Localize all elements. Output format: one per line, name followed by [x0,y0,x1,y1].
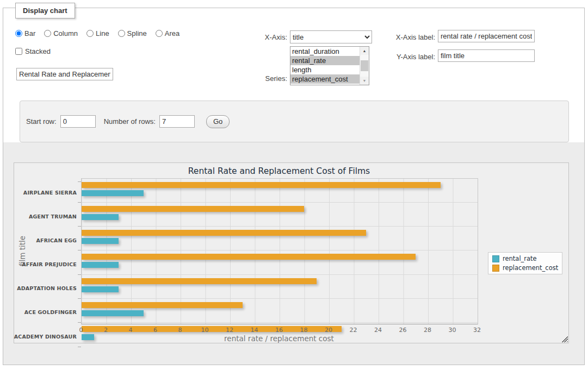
y-axis-label-caption: Y-Axis label: [383,53,435,61]
bar-rental_rate [82,262,119,268]
chart-type-radio-bar[interactable] [15,30,22,37]
chart-row: ACE GOLDFINGER [82,302,478,323]
scrollbar-track[interactable] [360,55,369,77]
category-label: AGENT TRUMAN [29,213,77,219]
legend-swatch [492,265,499,272]
x-tick-label: 18 [300,327,308,334]
bar-rental_rate [82,190,144,196]
category-label: ACE GOLDFINGER [24,309,77,315]
num-rows-input[interactable] [159,115,195,128]
legend-label: rental_rate [503,255,537,262]
series-caption: Series: [228,74,287,83]
stacked-checkbox[interactable] [15,48,22,55]
x-axis-ticks: 02468101214161820222426283032 [81,327,477,334]
series-option-replacement_cost[interactable]: replacement_cost [290,74,360,84]
chart-row: ADAPTATION HOLES [82,278,478,299]
x-tick-label: 14 [251,327,258,334]
chart-type-radio-spline[interactable] [118,30,125,37]
y-axis-label-input[interactable] [438,49,535,62]
series-option-rental_rate[interactable]: rental_rate [290,56,360,65]
bar-rental_rate [82,310,144,316]
pager-panel: Start row: Number of rows: Go [20,101,569,142]
series-listbox[interactable]: rental_durationrental_ratelengthreplacem… [290,46,369,85]
x-tick-label: 16 [275,327,283,334]
chart-type-label: Line [96,29,109,37]
chart-container: Rental Rate and Replacement Cost of Film… [14,162,569,343]
chart-type-radio-area[interactable] [156,30,163,37]
scroll-down-icon[interactable]: ▼ [360,77,369,85]
category-label: ADAPTATION HOLES [17,285,77,291]
chart-type-option-area[interactable]: Area [156,29,180,37]
x-tick-label: 30 [449,327,456,334]
chart-type-label: Bar [24,29,35,37]
chart-type-label: Area [165,29,180,37]
category-label: AIRPLANE SIERRA [23,189,77,195]
legend-label: replacement_cost [503,264,558,272]
stacked-label: Stacked [25,47,51,55]
bar-replacement_cost [82,230,366,236]
bar-replacement_cost [82,278,317,284]
x-tick-label: 12 [226,327,233,334]
series-option-length[interactable]: length [290,65,360,74]
x-tick-label: 0 [79,327,83,334]
x-tick-label: 10 [201,327,209,334]
chart-type-option-spline[interactable]: Spline [118,29,147,37]
bar-replacement_cost [82,182,441,188]
num-rows-label: Number of rows: [104,117,156,126]
chart-title: Rental Rate and Replacement Cost of Film… [81,166,477,176]
chart-row: AGENT TRUMAN [82,206,478,227]
x-axis-label-input[interactable] [438,30,535,42]
bar-rental_rate [82,214,119,220]
x-axis-caption: X-Axis: [228,33,287,41]
chart-type-group: BarColumnLineSplineArea [15,29,180,37]
x-tick-label: 20 [325,327,332,334]
x-tick-label: 32 [473,327,481,334]
chart-title-input[interactable] [16,68,113,80]
chart-type-radio-column[interactable] [44,30,51,37]
x-axis-title: rental rate / replacement cost [81,334,477,343]
x-axis-label-caption: X-Axis label: [383,33,435,41]
scrollbar-thumb[interactable] [361,60,368,71]
y-axis-title: film title [15,178,29,323]
start-row-input[interactable] [60,115,96,128]
resize-handle-icon[interactable] [561,336,568,342]
plot-area: AIRPLANE SIERRAAGENT TRUMANAFRICAN EGGAF… [81,178,478,324]
x-tick-label: 8 [178,327,182,334]
bar-rental_rate [82,238,119,244]
x-axis-select[interactable]: title [290,30,372,43]
x-tick-label: 6 [153,327,157,334]
chart-legend: rental_ratereplacement_cost [488,252,562,274]
x-tick-label: 24 [374,327,382,334]
x-tick-label: 4 [129,327,133,334]
series-option-rental_duration[interactable]: rental_duration [290,47,360,56]
scroll-up-icon[interactable]: ▲ [360,47,369,55]
chart-type-option-column[interactable]: Column [44,29,78,37]
chart-row: AIRPLANE SIERRA [82,182,478,203]
category-label: AFFAIR PREJUDICE [22,261,77,267]
bar-replacement_cost [82,302,243,308]
legend-item-rental_rate: rental_rate [492,255,558,262]
start-row-label: Start row: [26,117,57,126]
go-button[interactable]: Go [206,115,230,128]
chart-type-option-line[interactable]: Line [86,29,109,37]
fieldset-legend: Display chart [15,3,75,18]
x-tick-label: 26 [399,327,407,334]
legend-item-replacement_cost: replacement_cost [492,264,558,272]
chart-type-option-bar[interactable]: Bar [15,29,35,37]
bar-replacement_cost [82,254,416,260]
x-tick-label: 22 [350,327,357,334]
chart-type-label: Column [53,29,78,37]
legend-swatch [492,255,499,262]
chart-row: AFRICAN EGG [82,230,478,250]
chart-type-radio-line[interactable] [86,30,94,37]
chart-type-label: Spline [127,29,147,37]
bar-rental_rate [82,286,119,292]
category-label: ACADEMY DINOSAUR [14,333,77,339]
listbox-scrollbar[interactable]: ▲ ▼ [360,47,369,85]
series-options: rental_durationrental_ratelengthreplacem… [290,47,360,85]
bar-replacement_cost [82,206,304,212]
x-tick-label: 2 [104,327,108,334]
category-label: AFRICAN EGG [36,237,77,243]
stacked-row[interactable]: Stacked [15,47,51,55]
x-tick-label: 28 [424,327,431,334]
